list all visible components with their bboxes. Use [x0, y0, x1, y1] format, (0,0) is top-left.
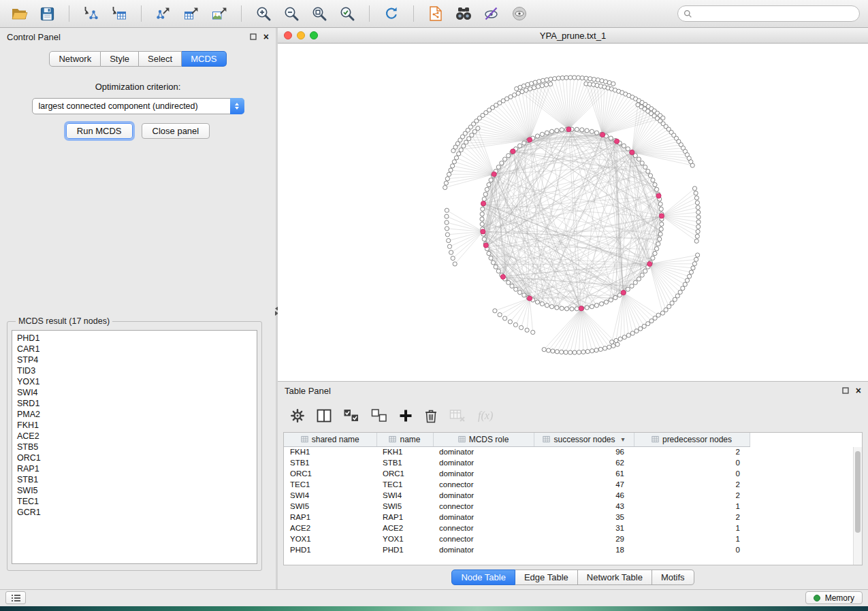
tab-mcds[interactable]: MCDS: [182, 51, 226, 67]
export-table-button[interactable]: [180, 3, 202, 24]
mcds-result-item[interactable]: YOX1: [17, 376, 257, 387]
mcds-result-item[interactable]: STP4: [17, 354, 257, 365]
cell-successors[interactable]: 31: [534, 523, 634, 533]
export-image-button[interactable]: [208, 3, 230, 24]
zoom-out-button[interactable]: [280, 3, 302, 24]
search-input[interactable]: [696, 9, 854, 18]
cell-successors[interactable]: 29: [534, 533, 634, 544]
network-canvas[interactable]: [278, 44, 868, 381]
table-tab-motifs[interactable]: Motifs: [652, 569, 694, 585]
cell-name[interactable]: STB1: [376, 457, 433, 468]
tab-network[interactable]: Network: [49, 51, 101, 67]
tab-select[interactable]: Select: [139, 51, 182, 67]
cell-predecessors[interactable]: 1: [634, 533, 750, 544]
mcds-result-item[interactable]: SRD1: [17, 398, 257, 409]
add-row-button[interactable]: [399, 409, 413, 423]
cell-predecessors[interactable]: 0: [634, 457, 750, 468]
cell-name[interactable]: ORC1: [376, 468, 433, 479]
export-document-button[interactable]: [425, 3, 447, 24]
cell-successors[interactable]: 43: [534, 501, 634, 512]
status-list-button[interactable]: [5, 591, 26, 604]
cell-predecessors[interactable]: 0: [634, 468, 750, 479]
tab-style[interactable]: Style: [101, 51, 139, 67]
table-tab-network-table[interactable]: Network Table: [578, 569, 652, 585]
cell-role[interactable]: connector: [433, 479, 534, 490]
table-row[interactable]: ORC1ORC1dominator610: [284, 468, 750, 479]
cell-shared-name[interactable]: ACE2: [284, 523, 376, 533]
cell-predecessors[interactable]: 2: [634, 490, 750, 501]
mcds-result-item[interactable]: CAR1: [17, 344, 257, 354]
column-header-MCDS-role[interactable]: MCDS role: [433, 433, 534, 446]
table-row[interactable]: PHD1PHD1dominator180: [284, 544, 750, 555]
cell-successors[interactable]: 46: [534, 490, 634, 501]
table-row[interactable]: TEC1TEC1connector472: [284, 479, 750, 490]
mcds-result-item[interactable]: SWI4: [17, 387, 257, 398]
mcds-result-item[interactable]: STB1: [17, 474, 257, 485]
zoom-fit-button[interactable]: [308, 3, 330, 24]
close-panel-action-button[interactable]: Close panel: [142, 123, 210, 139]
cell-shared-name[interactable]: STB1: [284, 457, 376, 468]
sort-dropdown-icon[interactable]: ▾: [622, 435, 625, 443]
table-scrollbar[interactable]: [853, 447, 862, 565]
cell-predecessors[interactable]: 1: [634, 523, 750, 533]
cell-role[interactable]: connector: [433, 501, 534, 512]
cell-role[interactable]: dominator: [433, 544, 534, 555]
cell-successors[interactable]: 61: [534, 468, 634, 479]
cell-shared-name[interactable]: PHD1: [284, 544, 376, 555]
mcds-result-item[interactable]: TEC1: [17, 496, 257, 507]
float-panel-icon[interactable]: [250, 33, 257, 40]
cell-successors[interactable]: 62: [534, 457, 634, 468]
import-table-button[interactable]: [108, 3, 130, 24]
cell-predecessors[interactable]: 1: [634, 501, 750, 512]
import-network-button[interactable]: [80, 3, 102, 24]
open-folder-button[interactable]: [8, 3, 30, 24]
run-mcds-button[interactable]: Run MCDS: [66, 123, 133, 139]
hide-details-button[interactable]: [481, 3, 502, 24]
maximize-window-button[interactable]: [310, 31, 318, 39]
cell-shared-name[interactable]: YOX1: [284, 533, 376, 544]
cell-predecessors[interactable]: 2: [634, 512, 750, 523]
mcds-result-item[interactable]: ORC1: [17, 452, 257, 463]
mcds-result-item[interactable]: PMA2: [17, 409, 257, 420]
delete-row-button[interactable]: [424, 408, 438, 423]
preview-eye-button[interactable]: [509, 3, 530, 24]
column-header-predecessor-nodes[interactable]: predecessor nodes: [634, 433, 750, 446]
cell-name[interactable]: SWI4: [376, 490, 433, 501]
cell-name[interactable]: FKH1: [376, 446, 433, 457]
cell-successors[interactable]: 18: [534, 544, 634, 555]
zoom-in-button[interactable]: [253, 3, 274, 24]
cell-role[interactable]: dominator: [433, 468, 534, 479]
save-button[interactable]: [36, 3, 58, 24]
cell-name[interactable]: PHD1: [376, 544, 433, 555]
cell-role[interactable]: dominator: [433, 490, 534, 501]
table-row[interactable]: SWI4SWI4dominator462: [284, 490, 750, 501]
zoom-selected-button[interactable]: [336, 3, 358, 24]
mcds-result-item[interactable]: FKH1: [17, 420, 257, 431]
cell-name[interactable]: ACE2: [376, 523, 433, 533]
export-network-button[interactable]: [152, 3, 174, 24]
column-header-name[interactable]: name: [376, 433, 433, 446]
table-row[interactable]: RAP1RAP1dominator352: [284, 512, 750, 523]
cell-successors[interactable]: 96: [534, 446, 634, 457]
mcds-result-item[interactable]: GCR1: [17, 507, 257, 518]
cell-role[interactable]: dominator: [433, 457, 534, 468]
cell-shared-name[interactable]: TEC1: [284, 479, 376, 490]
table-row[interactable]: SWI5SWI5connector431: [284, 501, 750, 512]
cell-successors[interactable]: 35: [534, 512, 634, 523]
optimization-criterion-select[interactable]: largest connected component (undirected): [32, 98, 244, 114]
cell-role[interactable]: connector: [433, 523, 534, 533]
cell-shared-name[interactable]: SWI4: [284, 490, 376, 501]
table-row[interactable]: YOX1YOX1connector291: [284, 533, 750, 544]
mcds-result-item[interactable]: TID3: [17, 365, 257, 376]
cell-role[interactable]: dominator: [433, 446, 534, 457]
mcds-result-item[interactable]: SWI5: [17, 485, 257, 496]
memory-button[interactable]: Memory: [805, 591, 863, 604]
table-panel-float-icon[interactable]: [842, 387, 849, 394]
column-header-successor-nodes[interactable]: successor nodes▾: [534, 433, 634, 446]
cell-predecessors[interactable]: 2: [634, 446, 750, 457]
table-row[interactable]: STB1STB1dominator620: [284, 457, 750, 468]
unselect-all-button[interactable]: [371, 408, 387, 423]
table-scrollbar-thumb[interactable]: [855, 451, 861, 533]
table-row[interactable]: FKH1FKH1dominator962: [284, 446, 750, 457]
find-button[interactable]: [453, 3, 475, 24]
